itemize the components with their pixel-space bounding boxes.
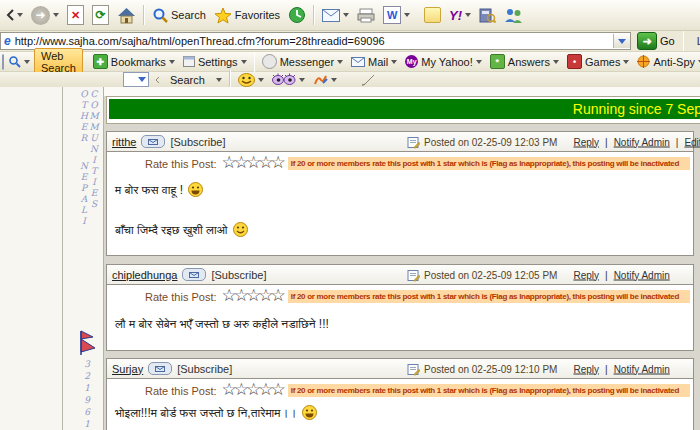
posted-timestamp: Posted on 02-25-09 12:03 PM bbox=[424, 136, 557, 147]
link-separator: | bbox=[605, 136, 608, 147]
messenger-menu-button[interactable]: Messenger bbox=[262, 54, 343, 69]
home-button[interactable] bbox=[117, 7, 136, 24]
dropdown-caret-icon[interactable] bbox=[331, 78, 337, 82]
post-meta: Posted on 02-25-09 12:05 PM Reply | Noti… bbox=[407, 268, 670, 281]
author-link[interactable]: Surjay bbox=[112, 363, 143, 375]
notify-admin-link[interactable]: Notify Admin bbox=[614, 363, 670, 374]
post-body-line: बाँचा जिम्दै रइछ खुशी लाओ bbox=[115, 222, 248, 237]
rate-row: Rate this Post: ☆☆☆☆☆ If 20 or more memb… bbox=[145, 384, 690, 397]
media-button[interactable] bbox=[479, 7, 496, 23]
private-message-button[interactable] bbox=[148, 362, 172, 375]
star-rating[interactable]: ☆☆☆☆☆ bbox=[222, 156, 283, 169]
dropdown-caret-icon[interactable] bbox=[17, 13, 23, 17]
secondary-search-button[interactable]: Search bbox=[170, 74, 222, 86]
doodle-button[interactable] bbox=[313, 73, 337, 86]
dropdown-caret-icon[interactable] bbox=[53, 13, 59, 17]
reply-link[interactable]: Reply bbox=[573, 136, 599, 147]
anti-spy-label: Anti-Spy bbox=[653, 56, 695, 68]
reply-link[interactable]: Reply bbox=[573, 269, 599, 280]
forum-post: ritthe [Subscribe] Posted on 02-25-09 12… bbox=[106, 131, 694, 256]
address-url[interactable]: http://www.sajha.com/sajha/html/openThre… bbox=[15, 35, 385, 47]
my-yahoo-button[interactable]: My My Yahoo! bbox=[405, 55, 482, 68]
edit-link[interactable]: Edit bbox=[684, 136, 700, 147]
refresh-button[interactable]: ⟳ bbox=[92, 5, 109, 25]
private-message-button[interactable] bbox=[141, 135, 165, 148]
emoticons-button[interactable] bbox=[238, 73, 264, 87]
search-button[interactable]: Search bbox=[152, 7, 206, 23]
envelope-icon bbox=[155, 366, 165, 372]
search-icon bbox=[152, 7, 168, 23]
anti-spy-button[interactable]: Anti-Spy bbox=[637, 55, 700, 68]
dropdown-caret-icon[interactable] bbox=[241, 60, 247, 64]
author-link[interactable]: ritthe bbox=[112, 136, 136, 148]
answers-button[interactable]: * Answers bbox=[490, 54, 559, 69]
favorites-button[interactable]: Favorites bbox=[214, 7, 280, 24]
history-button[interactable] bbox=[288, 6, 306, 24]
dropdown-caret-icon[interactable] bbox=[24, 60, 30, 64]
forum-post: Surjay [Subscribe] Posted on 02-25-09 12… bbox=[106, 358, 694, 430]
bookmarks-label: Bookmarks bbox=[111, 56, 166, 68]
dropdown-caret-icon[interactable] bbox=[299, 78, 305, 82]
notes-button[interactable] bbox=[424, 7, 441, 23]
private-message-button[interactable] bbox=[182, 268, 206, 281]
audibles-button[interactable] bbox=[272, 73, 305, 86]
messenger-label: Messenger bbox=[280, 56, 334, 68]
dropdown-caret-icon[interactable] bbox=[337, 60, 343, 64]
laugh-smiley-icon bbox=[302, 405, 317, 420]
address-dropdown-button[interactable] bbox=[613, 34, 630, 48]
pencil-button[interactable] bbox=[361, 74, 375, 86]
notepad-icon bbox=[407, 268, 420, 281]
forward-button[interactable]: ➜ bbox=[31, 6, 59, 25]
sidebar-divider bbox=[62, 87, 63, 430]
favorites-star-icon bbox=[214, 7, 232, 24]
dropdown-caret-icon[interactable] bbox=[623, 60, 629, 64]
mail-button[interactable] bbox=[322, 9, 349, 22]
dropdown-caret-icon[interactable] bbox=[216, 78, 222, 82]
dropdown-caret-icon[interactable] bbox=[258, 78, 264, 82]
go-button[interactable]: ➜ Go bbox=[637, 32, 675, 50]
subscribe-link[interactable]: [Subscribe] bbox=[177, 363, 232, 375]
print-button[interactable] bbox=[357, 8, 375, 23]
dropdown-caret-icon[interactable] bbox=[169, 60, 175, 64]
bookmarks-button[interactable]: ✚ Bookmarks bbox=[93, 54, 175, 69]
address-input[interactable]: e http://www.sajha.com/sajha/html/openTh… bbox=[0, 32, 631, 50]
games-label: Games bbox=[585, 56, 620, 68]
toolbar-grip-icon[interactable] bbox=[153, 75, 162, 85]
ie-page-icon: e bbox=[4, 34, 11, 48]
search-button-label: Search bbox=[171, 9, 206, 21]
yahoo-search-mag-button[interactable] bbox=[8, 55, 30, 68]
notify-admin-link[interactable]: Notify Admin bbox=[614, 269, 670, 280]
dropdown-caret-icon[interactable] bbox=[465, 13, 471, 17]
link-separator: | bbox=[676, 136, 679, 147]
settings-button[interactable]: Settings bbox=[183, 56, 247, 68]
go-button-label: Go bbox=[660, 35, 675, 47]
settings-label: Settings bbox=[198, 56, 238, 68]
toolbar-separator bbox=[313, 5, 315, 25]
games-button[interactable]: • Games bbox=[567, 54, 629, 69]
posted-timestamp: Posted on 02-25-09 12:05 PM bbox=[424, 269, 557, 280]
dropdown-caret-icon[interactable] bbox=[553, 60, 559, 64]
star-rating[interactable]: ☆☆☆☆☆ bbox=[222, 383, 283, 396]
yahoo-search-input[interactable] bbox=[2, 54, 4, 70]
reply-link[interactable]: Reply bbox=[573, 363, 599, 374]
edit-with-word-button[interactable]: W bbox=[383, 6, 410, 24]
notify-admin-link[interactable]: Notify Admin bbox=[614, 136, 670, 147]
dropdown-caret-icon[interactable] bbox=[343, 13, 349, 17]
dropdown-caret-icon[interactable] bbox=[476, 60, 482, 64]
back-button[interactable] bbox=[6, 9, 23, 21]
stop-button[interactable]: ✕ bbox=[67, 5, 84, 25]
messenger-smiley-icon bbox=[262, 54, 277, 69]
media-search-icon bbox=[479, 7, 496, 23]
author-link[interactable]: chipledhunga bbox=[112, 269, 177, 281]
history-icon bbox=[288, 6, 306, 24]
subscribe-link[interactable]: [Subscribe] bbox=[170, 136, 225, 148]
dropdown-caret-icon[interactable] bbox=[391, 60, 397, 64]
dropdown-caret-icon[interactable] bbox=[404, 13, 410, 17]
star-rating[interactable]: ☆☆☆☆☆ bbox=[222, 289, 283, 302]
yahoo-services-button[interactable]: Y! bbox=[449, 8, 471, 23]
rate-label: Rate this Post: bbox=[145, 158, 217, 170]
secondary-dropdown[interactable] bbox=[123, 72, 149, 87]
messenger-button[interactable] bbox=[504, 8, 523, 23]
subscribe-link[interactable]: [Subscribe] bbox=[211, 269, 266, 281]
mail-menu-button[interactable]: Mail bbox=[351, 56, 397, 68]
